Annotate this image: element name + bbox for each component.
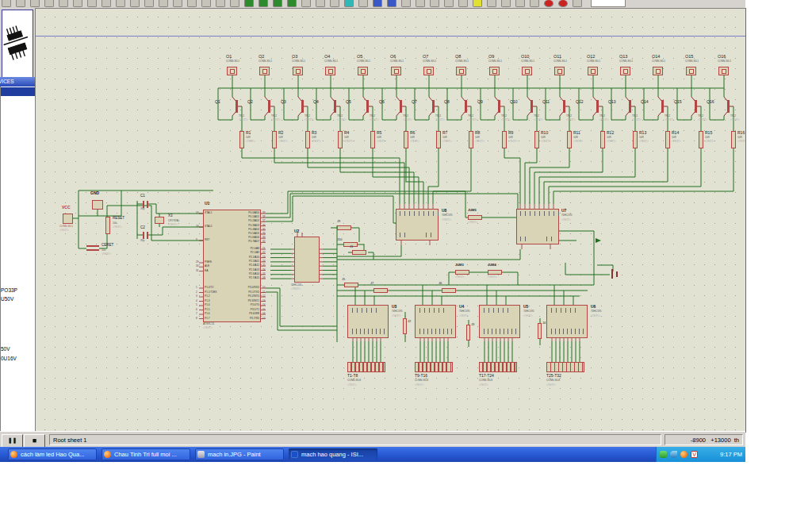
connector-O2[interactable] (259, 67, 270, 75)
jumper-J1[interactable] (352, 250, 366, 255)
device-list-item[interactable]: U50V (1, 296, 13, 302)
connector-O1[interactable] (227, 67, 237, 75)
toolbar-icon-27[interactable] (387, 0, 396, 7)
simulation-stop-button[interactable]: ■ (24, 434, 45, 448)
toolbar-combo-box[interactable] (591, 0, 626, 7)
toolbar-icon-22[interactable] (316, 0, 325, 7)
crystal-x3[interactable] (155, 217, 164, 224)
devices-list[interactable]: PO33PU50V50V0U16V (0, 87, 36, 431)
resistor-R4[interactable] (338, 131, 343, 148)
connector-O9[interactable] (489, 67, 500, 75)
jumper-J5[interactable] (344, 283, 358, 287)
toolbar-icon-14[interactable] (201, 0, 211, 7)
ic-U8[interactable] (396, 209, 439, 241)
taskbar-button-1[interactable]: cách làm led Hao Qua... (8, 448, 97, 460)
jumper-JUM3[interactable] (455, 270, 469, 275)
connector-O5[interactable] (358, 67, 368, 75)
toolbar-icon-35[interactable] (501, 0, 511, 7)
toolbar-icon-24[interactable] (344, 0, 354, 7)
toolbar-icon-34[interactable] (487, 0, 496, 7)
resistor-R15[interactable] (699, 131, 703, 148)
jumper-J7[interactable] (373, 288, 388, 293)
jumper-J2[interactable] (403, 318, 407, 334)
jumper-J3[interactable] (466, 325, 470, 341)
resistor-R1[interactable] (239, 131, 244, 148)
resistor-R3[interactable] (305, 131, 310, 148)
toolbar-icon-11[interactable] (159, 0, 168, 7)
toolbar-icon-4[interactable] (59, 0, 68, 7)
resistor-R10[interactable] (534, 131, 539, 148)
toolbar-icon-16[interactable] (230, 0, 239, 7)
jumper-J6[interactable] (442, 288, 456, 293)
jumper-J9[interactable] (337, 225, 351, 230)
toolbar-icon-0[interactable] (2, 0, 11, 7)
ic-U2[interactable] (294, 237, 320, 283)
toolbar-icon-12[interactable] (173, 0, 182, 7)
toolbar-icon-29[interactable] (416, 0, 425, 7)
jumper-JUM4[interactable] (488, 270, 502, 275)
connector-O7[interactable] (423, 67, 434, 75)
toolbar-icon-20[interactable] (287, 0, 297, 7)
resistor-R2[interactable] (272, 131, 277, 148)
toolbar-icon-30[interactable] (430, 0, 439, 7)
resistor-R7[interactable] (436, 131, 441, 148)
toolbar-icon-1[interactable] (16, 0, 25, 7)
toolbar-icon-5[interactable] (73, 0, 82, 7)
toolbar-icon-21[interactable] (301, 0, 311, 7)
toolbar-icon-37[interactable] (530, 0, 539, 7)
toolbar-icon-3[interactable] (44, 0, 54, 7)
resistor-R13[interactable] (633, 131, 638, 148)
jumper-JUM5[interactable] (468, 215, 482, 220)
jumper-J4[interactable] (538, 323, 542, 339)
resistor-reset[interactable] (105, 217, 110, 234)
taskbar-button-4[interactable]: mach hao quang - ISI... (289, 448, 377, 460)
toolbar-icon-7[interactable] (102, 0, 111, 7)
connector-O4[interactable] (325, 67, 335, 75)
toolbar-icon-28[interactable] (401, 0, 411, 7)
connector-O6[interactable] (391, 67, 401, 75)
toolbar-icon-40[interactable] (573, 0, 582, 7)
resistor-R9[interactable] (502, 131, 507, 148)
connector-T9-T16[interactable] (415, 362, 453, 372)
toolbar-icon-9[interactable] (130, 0, 140, 7)
toolbar-icon-2[interactable] (30, 0, 40, 7)
connector-O15[interactable] (686, 67, 696, 75)
resistor-R16[interactable] (731, 131, 736, 148)
resistor-R8[interactable] (469, 131, 473, 148)
taskbar-button-3[interactable]: mach in.JPG - Paint (195, 448, 284, 460)
toolbar-icon-38[interactable] (544, 0, 553, 7)
connector-T1-T8[interactable] (347, 362, 385, 372)
resistor-R14[interactable] (665, 131, 670, 148)
toolbar-icon-36[interactable] (515, 0, 525, 7)
connector-O16[interactable] (718, 67, 729, 75)
toolbar-icon-15[interactable] (216, 0, 225, 7)
taskbar-button-2[interactable]: Chau Tinh Tri full moi ... (102, 448, 190, 460)
tray-icon-firefox[interactable] (680, 451, 688, 458)
tray-icon-green[interactable] (660, 451, 667, 458)
device-list-item[interactable]: 50V (1, 346, 10, 352)
connector-gnd[interactable] (92, 200, 103, 210)
connector-O10[interactable] (522, 67, 532, 75)
tray-icon-antivirus-v[interactable]: V (691, 451, 698, 458)
toolbar-icon-13[interactable] (187, 0, 197, 7)
toolbar-icon-23[interactable] (330, 0, 339, 7)
toolbar-icon-10[interactable] (144, 0, 154, 7)
toolbar-icon-33[interactable] (473, 0, 482, 7)
connector-O12[interactable] (588, 67, 598, 75)
ic-U7[interactable] (516, 209, 559, 244)
resistor-R12[interactable] (600, 131, 605, 148)
device-list-item[interactable]: 0U16V (1, 356, 17, 361)
toolbar-icon-6[interactable] (87, 0, 97, 7)
connector-T25-T32[interactable] (546, 362, 584, 372)
toolbar-icon-19[interactable] (273, 0, 282, 7)
simulation-pause-button[interactable]: ❚❚ (2, 434, 23, 448)
connector-O3[interactable] (293, 67, 303, 75)
devices-list-selected-row[interactable] (1, 87, 36, 96)
connector-T17-T24[interactable] (479, 362, 517, 372)
schematic-canvas[interactable]: O1CONN-SIL1Q1TR-2<TEXT>R110R<TEXT>O2CONN… (35, 8, 746, 433)
connector-vcc[interactable] (63, 214, 73, 224)
toolbar-icon-26[interactable] (373, 0, 382, 7)
connector-O14[interactable] (653, 67, 663, 75)
toolbar-icon-8[interactable] (116, 0, 125, 7)
connector-O8[interactable] (456, 67, 466, 75)
